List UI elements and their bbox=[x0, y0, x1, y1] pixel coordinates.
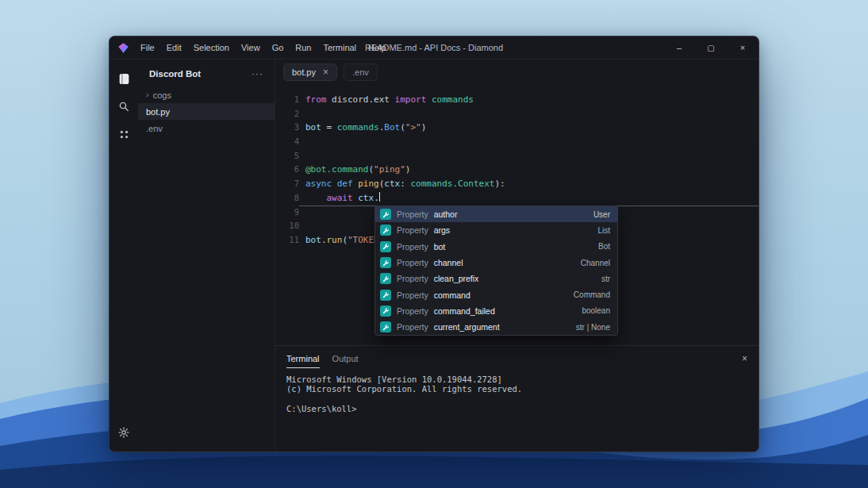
code-token: bot bbox=[305, 122, 321, 133]
editor-tab-.env[interactable]: .env bbox=[344, 63, 378, 81]
code-token: . bbox=[321, 235, 327, 245]
code-token: ">" bbox=[405, 122, 421, 133]
suggestion-command[interactable]: PropertycommandCommand bbox=[375, 286, 617, 302]
code-token: async def bbox=[305, 179, 358, 189]
suggestion-kind: Property bbox=[397, 209, 428, 219]
line-number: 1 bbox=[275, 93, 299, 107]
suggestion-kind: Property bbox=[397, 258, 428, 267]
suggestion-channel[interactable]: PropertychannelChannel bbox=[375, 255, 617, 271]
terminal-output[interactable]: Microsoft Windows [Version 10.0.19044.27… bbox=[275, 368, 759, 420]
line-number: 3 bbox=[275, 121, 299, 135]
code-token: commands.Context bbox=[410, 179, 494, 189]
suggestion-args[interactable]: PropertyargsList bbox=[375, 222, 617, 238]
suggestion-name: current_argument bbox=[434, 322, 500, 332]
suggestion-type: boolean bbox=[582, 306, 610, 315]
suggestion-current_argument[interactable]: Propertycurrent_argumentstr | None bbox=[375, 319, 617, 335]
tree-item-label: cogs bbox=[153, 90, 171, 100]
suggestion-author[interactable]: PropertyauthorUser bbox=[375, 206, 617, 222]
tree-item-.env[interactable]: .env bbox=[138, 120, 275, 136]
settings-icon[interactable] bbox=[114, 423, 133, 442]
menu-terminal[interactable]: Terminal bbox=[318, 40, 363, 55]
text-cursor bbox=[379, 192, 380, 202]
code-text[interactable]: await ctx. bbox=[299, 191, 759, 206]
window-controls: –▢× bbox=[663, 37, 759, 59]
terminal-header: TerminalOutput × bbox=[275, 346, 759, 368]
editor-tabbar: bot.py×.env bbox=[275, 60, 759, 85]
file-tree: ›cogsbot.py.env bbox=[138, 86, 275, 136]
code-text[interactable] bbox=[299, 107, 759, 121]
extensions-icon[interactable] bbox=[114, 125, 133, 144]
line-number: 4 bbox=[275, 135, 299, 149]
menu-go[interactable]: Go bbox=[267, 40, 290, 55]
code-text[interactable]: async def ping(ctx: commands.Context): bbox=[299, 177, 759, 191]
code-text[interactable]: from discord.ext import commands bbox=[299, 93, 759, 107]
activity-bar bbox=[109, 60, 138, 451]
tree-item-cogs[interactable]: ›cogs bbox=[138, 86, 275, 103]
suggestion-name: author bbox=[434, 209, 458, 219]
window-title: README.md - API Docs - Diamond bbox=[365, 43, 503, 52]
line-number: 10 bbox=[275, 219, 299, 233]
code-token: discord.ext bbox=[327, 94, 395, 105]
window-close-button[interactable]: × bbox=[727, 37, 759, 59]
suggestion-type: List bbox=[597, 226, 610, 235]
suggestion-kind: Property bbox=[397, 274, 428, 283]
menu-view[interactable]: View bbox=[236, 40, 266, 55]
menu-selection[interactable]: Selection bbox=[188, 40, 235, 55]
search-icon[interactable] bbox=[114, 97, 133, 116]
code-token: run bbox=[327, 235, 343, 245]
terminal-tab-output[interactable]: Output bbox=[332, 354, 359, 368]
suggestion-clean_prefix[interactable]: Propertyclean_prefixstr bbox=[375, 271, 617, 286]
code-text[interactable] bbox=[299, 135, 759, 149]
code-token: commands bbox=[337, 122, 379, 133]
suggestion-kind: Property bbox=[397, 242, 428, 252]
property-icon bbox=[380, 321, 391, 332]
more-actions-icon[interactable]: ··· bbox=[252, 68, 263, 79]
window-maximize-button[interactable]: ▢ bbox=[695, 37, 727, 59]
menu-run[interactable]: Run bbox=[290, 40, 317, 55]
close-icon[interactable]: × bbox=[323, 67, 328, 77]
line-number: 9 bbox=[275, 206, 299, 220]
code-token: . bbox=[374, 193, 379, 203]
code-text[interactable] bbox=[299, 149, 759, 163]
suggestion-type: Command bbox=[574, 290, 610, 299]
menu-bar: FileEditSelectionViewGoRunTerminalHelp bbox=[135, 40, 392, 55]
terminal-tabs: TerminalOutput bbox=[286, 354, 359, 368]
tree-item-bot.py[interactable]: bot.py bbox=[138, 103, 275, 120]
suggestion-type: str bbox=[601, 275, 610, 283]
code-text[interactable]: @bot.command("ping") bbox=[299, 163, 759, 177]
close-panel-icon[interactable]: × bbox=[742, 353, 747, 368]
tab-label: bot.py bbox=[292, 67, 316, 77]
tree-item-label: bot.py bbox=[146, 107, 170, 117]
code-line: 7async def ping(ctx: commands.Context): bbox=[275, 177, 759, 191]
editor-tab-bot.py[interactable]: bot.py× bbox=[283, 63, 337, 81]
menu-file[interactable]: File bbox=[135, 40, 160, 55]
suggestion-kind: Property bbox=[397, 290, 428, 300]
terminal-tab-terminal[interactable]: Terminal bbox=[286, 354, 320, 368]
suggestion-name: command bbox=[434, 290, 470, 300]
property-icon bbox=[380, 241, 391, 252]
suggestion-name: bot bbox=[434, 242, 446, 252]
code-token: ) bbox=[421, 122, 427, 133]
suggestion-kind: Property bbox=[397, 322, 428, 332]
line-number: 7 bbox=[275, 177, 299, 191]
menu-edit[interactable]: Edit bbox=[161, 40, 187, 55]
suggestion-command_failed[interactable]: Propertycommand_failedboolean bbox=[375, 303, 617, 319]
code-token: ctx bbox=[358, 193, 374, 203]
line-number: 5 bbox=[275, 149, 299, 163]
window-minimize-button[interactable]: – bbox=[663, 37, 695, 59]
code-token: : bbox=[400, 179, 410, 189]
terminal-line: (c) Microsoft Corporation. All rights re… bbox=[286, 384, 747, 394]
code-line: 3bot = commands.Bot(">") bbox=[275, 121, 759, 135]
line-number: 2 bbox=[275, 107, 299, 121]
property-icon bbox=[380, 290, 391, 301]
explorer-icon[interactable] bbox=[114, 69, 133, 88]
code-token: from bbox=[305, 94, 327, 105]
code-token bbox=[305, 193, 327, 203]
line-number: 6 bbox=[275, 163, 299, 177]
sidebar-title: Discord Bot bbox=[149, 69, 201, 79]
code-token: import bbox=[395, 94, 427, 105]
code-text[interactable]: bot = commands.Bot(">") bbox=[299, 121, 759, 135]
suggestion-kind: Property bbox=[397, 225, 428, 235]
code-token: @bot.command bbox=[305, 164, 368, 175]
suggestion-bot[interactable]: PropertybotBot bbox=[375, 239, 617, 255]
